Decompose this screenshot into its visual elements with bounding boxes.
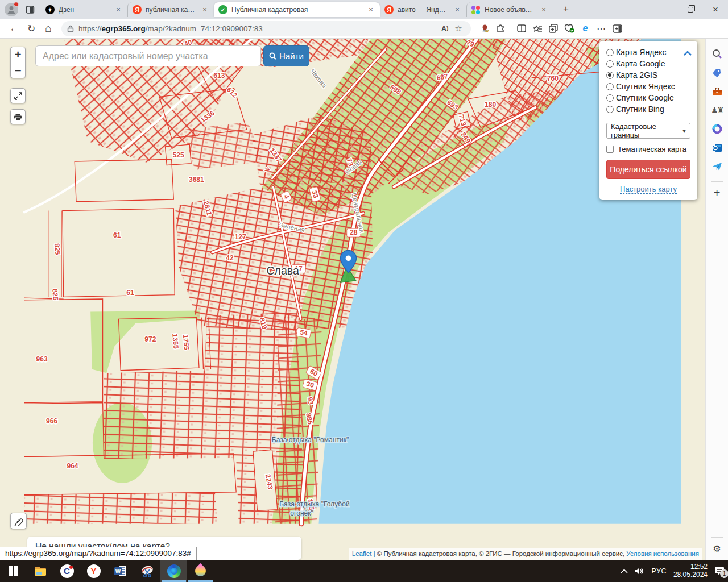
svg-text:3681: 3681 (189, 176, 204, 184)
leaflet-link[interactable]: Leaflet (352, 550, 372, 557)
radio-icon[interactable] (606, 60, 614, 68)
zoom-out-button[interactable]: − (11, 63, 25, 78)
split-screen-icon[interactable] (514, 20, 530, 36)
taskbar-snipping-icon[interactable] (134, 560, 160, 582)
new-tab-button[interactable]: + (559, 2, 573, 17)
restore-button[interactable] (678, 0, 703, 19)
collections-add-icon[interactable] (545, 20, 561, 36)
layers-panel: Карта ЯндексКарта GoogleКарта 2GISСпутни… (599, 41, 697, 200)
print-icon (14, 113, 22, 121)
radio-icon[interactable] (606, 106, 614, 113)
tab-close-icon[interactable]: × (200, 5, 209, 14)
taskbar-edge-icon[interactable] (160, 560, 187, 582)
browser-tab[interactable]: ✦Дзен× (41, 2, 127, 17)
profile-avatar[interactable] (5, 3, 18, 16)
layer-option[interactable]: Спутник Яндекс (606, 81, 690, 92)
terms-link[interactable]: Условия использования (626, 550, 699, 557)
search-button[interactable]: Найти (263, 45, 309, 66)
tray-chevron-icon[interactable] (621, 569, 628, 573)
layer-option[interactable]: Карта 2GIS (606, 69, 690, 81)
read-aloud-button[interactable]: A) (438, 22, 452, 35)
taskbar-c-app-icon[interactable]: C (53, 560, 80, 582)
thematic-label: Тематическая карта (618, 145, 686, 153)
sidebar-shopping-icon[interactable] (710, 65, 725, 80)
fullscreen-button[interactable] (10, 88, 26, 103)
close-button[interactable]: × (703, 0, 728, 19)
taskbar-word-icon[interactable]: W (107, 560, 134, 582)
svg-text:W: W (115, 568, 121, 575)
sidebar-settings-icon[interactable]: ⚙ (710, 541, 725, 556)
tab-title: публичная кадастровая (146, 6, 197, 14)
search-input[interactable] (35, 45, 261, 66)
radio-icon[interactable] (606, 94, 614, 102)
radio-icon[interactable] (606, 72, 614, 79)
url-text[interactable]: https://egrp365.org/map/?kadnum=74:12:09… (78, 24, 438, 33)
language-indicator[interactable]: РУС (651, 567, 667, 575)
svg-text:42: 42 (226, 254, 234, 262)
layer-option[interactable]: Карта Google (606, 58, 690, 69)
tab-close-icon[interactable]: × (114, 5, 123, 14)
svg-text:28: 28 (350, 228, 358, 236)
clock-time: 12:52 (673, 563, 708, 571)
browser-tab[interactable]: Яавито — Яндекс: нашло× (380, 2, 466, 17)
notification-center-button[interactable]: 1 (714, 567, 725, 576)
layer-option[interactable]: Спутник Google (606, 92, 690, 103)
radio-icon[interactable] (606, 83, 614, 90)
tab-close-icon[interactable]: × (366, 5, 375, 14)
svg-text:61: 61 (126, 289, 134, 297)
thematic-map-row[interactable]: Тематическая карта (606, 145, 690, 153)
start-button[interactable] (0, 560, 27, 582)
radio-icon[interactable] (606, 49, 614, 56)
tab-close-icon[interactable]: × (539, 5, 548, 14)
refresh-button[interactable]: ↻ (23, 20, 40, 37)
chevron-up-icon (684, 51, 692, 56)
boundaries-select[interactable]: Кадастровые границы ▾ (606, 123, 690, 139)
favorites-collections-icon[interactable] (530, 20, 545, 36)
thematic-checkbox[interactable] (606, 146, 614, 153)
sidebar-search-icon[interactable] (710, 47, 725, 61)
browser-essentials-icon[interactable] (561, 20, 577, 36)
layer-option-label: Спутник Google (616, 93, 674, 102)
volume-icon[interactable] (635, 567, 644, 575)
sidebar-add-icon[interactable]: + (710, 185, 725, 200)
lock-icon[interactable] (67, 25, 74, 32)
sidebar-divider-bottom (711, 537, 723, 538)
settings-more-icon[interactable]: ⋯ (593, 20, 609, 36)
taskbar-clock[interactable]: 12:52 28.05.2024 (673, 563, 708, 579)
minimize-button[interactable]: — (653, 0, 678, 19)
sidebar-games-icon[interactable]: ♟♜ (710, 103, 725, 118)
restore-icon (688, 7, 693, 13)
browser-tab[interactable]: ✓Публичная кадастровая× (214, 2, 380, 17)
share-link-button[interactable]: Поделиться ссылкой (606, 160, 690, 179)
tab-list: ✦Дзен×Япубличная кадастровая×✓Публичная … (41, 0, 553, 19)
sidebar-m365-icon[interactable] (710, 122, 725, 136)
address-bar[interactable]: https://egrp365.org/map/?kadnum=74:12:09… (61, 21, 471, 36)
back-button[interactable]: ← (6, 20, 23, 37)
favorite-star-button[interactable]: ☆ (452, 22, 465, 35)
map-area: 1406136121336133775253681281169868769371… (0, 39, 705, 560)
sidebar-outlook-icon[interactable] (710, 140, 725, 155)
window-controls: — × (653, 0, 728, 19)
tab-actions-button[interactable] (24, 3, 36, 16)
tab-close-icon[interactable]: × (453, 5, 462, 14)
taskbar-explorer-icon[interactable] (27, 560, 53, 582)
taskbar-paint-app-icon[interactable] (187, 560, 214, 582)
customize-map-link[interactable]: Настроить карту (606, 185, 690, 193)
layer-option[interactable]: Спутник Bing (606, 103, 690, 115)
svg-text:База отдыха "Романтик": База отдыха "Романтик" (272, 436, 349, 444)
stamp-extension-icon[interactable] (477, 20, 493, 36)
panel-collapse-button[interactable] (684, 48, 692, 58)
taskbar-yandex-browser-icon[interactable]: Y (80, 560, 107, 582)
sidebar-toggle-icon[interactable] (609, 20, 625, 36)
browser-tab[interactable]: Япубличная кадастровая× (127, 2, 214, 17)
ie-mode-icon[interactable]: e (577, 20, 593, 36)
zoom-in-button[interactable]: + (11, 47, 25, 63)
sidebar-drop-icon[interactable] (710, 159, 725, 174)
sidebar-tools-icon[interactable] (710, 84, 725, 99)
print-button[interactable] (10, 109, 26, 124)
layer-option[interactable]: Карта Яндекс (606, 47, 690, 58)
extensions-puzzle-icon[interactable] (493, 20, 508, 36)
home-button[interactable]: ⌂ (40, 20, 57, 37)
measure-button[interactable] (10, 513, 27, 529)
browser-tab[interactable]: Новое объявление — О× (466, 2, 553, 17)
